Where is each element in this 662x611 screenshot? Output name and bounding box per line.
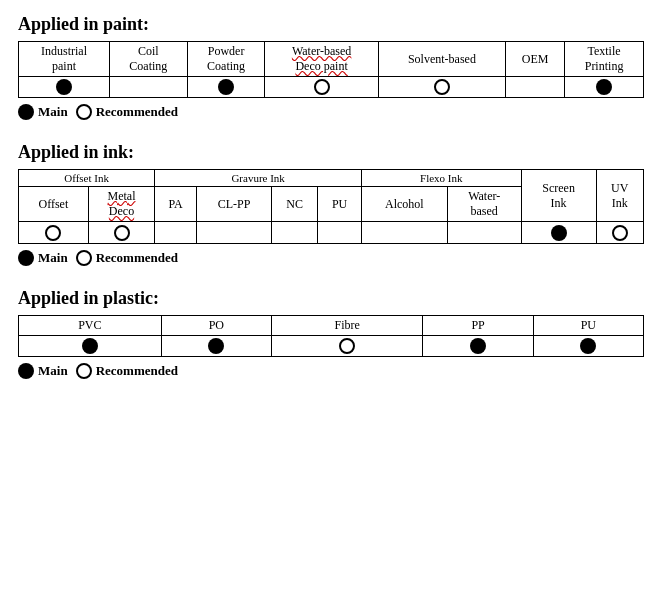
ink-group-offset: Offset Ink <box>19 170 155 187</box>
paint-cell-6 <box>565 77 644 98</box>
ink-sub-pu: PU <box>318 187 362 222</box>
recommended-label: Recommended <box>96 250 178 266</box>
plastic-legend: Main Recommended <box>18 363 644 379</box>
ink-section: Applied in ink: Offset Ink Gravure Ink F… <box>18 142 644 265</box>
ink-sub-alcohol: Alcohol <box>361 187 447 222</box>
circle-filled-icon <box>82 338 98 354</box>
circle-filled-icon <box>551 225 567 241</box>
ink-group-screen: ScreenInk <box>521 170 596 222</box>
circle-empty-icon <box>76 250 92 266</box>
ink-cell-5 <box>318 222 362 243</box>
circle-empty-icon <box>45 225 61 241</box>
paint-title: Applied in paint: <box>18 14 644 35</box>
ink-cell-4 <box>272 222 318 243</box>
plastic-col-pp: PP <box>423 315 533 335</box>
paint-col-waterbased: Water-basedDeco paint <box>265 42 378 77</box>
ink-cell-1 <box>88 222 155 243</box>
ink-legend-recommended: Recommended <box>76 250 178 266</box>
circle-empty-icon <box>76 363 92 379</box>
circle-filled-icon <box>470 338 486 354</box>
ink-cell-0 <box>19 222 89 243</box>
circle-filled-icon <box>580 338 596 354</box>
circle-empty-icon <box>434 79 450 95</box>
paint-col-textile: TextilePrinting <box>565 42 644 77</box>
ink-group-flexo: Flexo Ink <box>361 170 521 187</box>
main-label: Main <box>38 104 68 120</box>
ink-cell-3 <box>197 222 272 243</box>
ink-cell-6 <box>361 222 447 243</box>
ink-cell-7 <box>447 222 521 243</box>
circle-filled-icon <box>596 79 612 95</box>
recommended-label: Recommended <box>96 104 178 120</box>
ink-title: Applied in ink: <box>18 142 644 163</box>
paint-cell-3 <box>265 77 378 98</box>
circle-filled-icon <box>18 363 34 379</box>
circle-filled-icon <box>18 250 34 266</box>
plastic-legend-main: Main <box>18 363 68 379</box>
paint-legend-recommended: Recommended <box>76 104 178 120</box>
plastic-title: Applied in plastic: <box>18 288 644 309</box>
plastic-cell-0 <box>19 335 162 356</box>
ink-sub-waterbased: Water-based <box>447 187 521 222</box>
plastic-legend-recommended: Recommended <box>76 363 178 379</box>
circle-empty-icon <box>114 225 130 241</box>
ink-legend-main: Main <box>18 250 68 266</box>
ink-sub-pa: PA <box>155 187 197 222</box>
paint-cell-0 <box>19 77 110 98</box>
plastic-cell-4 <box>533 335 643 356</box>
ink-group-gravure: Gravure Ink <box>155 170 362 187</box>
circle-empty-icon <box>612 225 628 241</box>
paint-table: Industrialpaint CoilCoating PowderCoatin… <box>18 41 644 98</box>
circle-filled-icon <box>208 338 224 354</box>
circle-empty-icon <box>339 338 355 354</box>
paint-col-oem: OEM <box>506 42 565 77</box>
ink-sub-offset: Offset <box>19 187 89 222</box>
circle-filled-icon <box>56 79 72 95</box>
paint-col-powder: PowderCoating <box>187 42 265 77</box>
ink-cell-9 <box>596 222 643 243</box>
paint-cell-2 <box>187 77 265 98</box>
plastic-table: PVC PO Fibre PP PU <box>18 315 644 357</box>
circle-filled-icon <box>218 79 234 95</box>
recommended-label: Recommended <box>96 363 178 379</box>
paint-cell-5 <box>506 77 565 98</box>
ink-sub-clpp: CL-PP <box>197 187 272 222</box>
plastic-col-fibre: Fibre <box>271 315 422 335</box>
paint-legend: Main Recommended <box>18 104 644 120</box>
ink-cell-8 <box>521 222 596 243</box>
plastic-cell-1 <box>161 335 271 356</box>
paint-cell-1 <box>109 77 187 98</box>
ink-table: Offset Ink Gravure Ink Flexo Ink ScreenI… <box>18 169 644 243</box>
circle-empty-icon <box>314 79 330 95</box>
paint-legend-main: Main <box>18 104 68 120</box>
circle-empty-icon <box>76 104 92 120</box>
ink-sub-nc: NC <box>272 187 318 222</box>
main-label: Main <box>38 363 68 379</box>
paint-section: Applied in paint: Industrialpaint CoilCo… <box>18 14 644 120</box>
paint-cell-4 <box>378 77 505 98</box>
plastic-section: Applied in plastic: PVC PO Fibre PP PU M <box>18 288 644 379</box>
ink-legend: Main Recommended <box>18 250 644 266</box>
plastic-col-pu: PU <box>533 315 643 335</box>
paint-col-industrial: Industrialpaint <box>19 42 110 77</box>
paint-col-coil: CoilCoating <box>109 42 187 77</box>
circle-filled-icon <box>18 104 34 120</box>
plastic-col-po: PO <box>161 315 271 335</box>
ink-sub-metaldeco: MetalDeco <box>88 187 155 222</box>
plastic-col-pvc: PVC <box>19 315 162 335</box>
ink-cell-2 <box>155 222 197 243</box>
plastic-cell-3 <box>423 335 533 356</box>
main-label: Main <box>38 250 68 266</box>
plastic-cell-2 <box>271 335 422 356</box>
paint-col-solvent: Solvent-based <box>378 42 505 77</box>
ink-group-uv: UVInk <box>596 170 643 222</box>
